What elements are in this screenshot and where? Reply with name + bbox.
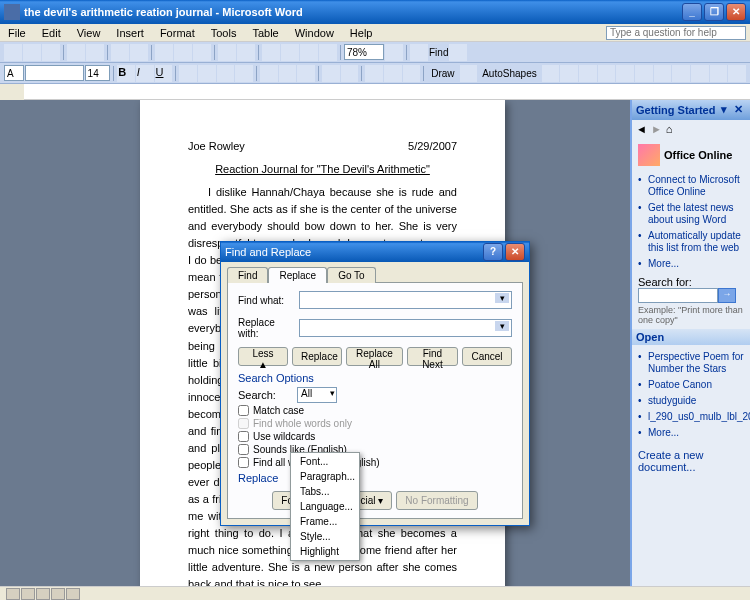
menu-help[interactable]: Help <box>346 27 377 39</box>
help-question-box[interactable] <box>606 26 746 40</box>
popup-paragraph[interactable]: Paragraph... <box>292 469 358 484</box>
menu-window[interactable]: Window <box>291 27 338 39</box>
menu-file[interactable]: File <box>4 27 30 39</box>
print-view-icon[interactable] <box>36 588 50 600</box>
web-view-icon[interactable] <box>21 588 35 600</box>
spell-icon[interactable] <box>111 44 129 61</box>
menu-insert[interactable]: Insert <box>112 27 148 39</box>
align-left-icon[interactable] <box>179 65 197 82</box>
word-forms-checkbox[interactable] <box>238 457 249 468</box>
menu-table[interactable]: Table <box>248 27 282 39</box>
italic-icon[interactable]: I <box>136 65 154 82</box>
align-center-icon[interactable] <box>198 65 216 82</box>
popup-style[interactable]: Style... <box>292 529 358 544</box>
menu-view[interactable]: View <box>73 27 105 39</box>
taskpane-home-icon[interactable]: ⌂ <box>666 123 673 135</box>
tab-find[interactable]: Find <box>227 267 268 283</box>
outline-view-icon[interactable] <box>51 588 65 600</box>
bold-icon[interactable]: B <box>117 65 135 82</box>
picture-icon[interactable] <box>691 65 709 82</box>
autoshapes-label[interactable]: AutoShapes <box>478 68 541 79</box>
recent-file[interactable]: Poatoe Canon <box>638 377 744 393</box>
save-icon[interactable] <box>42 44 60 61</box>
tp-link-connect[interactable]: Connect to Microsoft Office Online <box>638 172 744 200</box>
menu-format[interactable]: Format <box>156 27 199 39</box>
copy-icon[interactable] <box>174 44 192 61</box>
create-doc-link[interactable]: Create a new document... <box>638 445 744 473</box>
ruler[interactable] <box>24 84 750 100</box>
sounds-like-checkbox[interactable] <box>238 444 249 455</box>
rect-icon[interactable] <box>579 65 597 82</box>
tp-link-news[interactable]: Get the latest news about using Word <box>638 200 744 228</box>
popup-font[interactable]: Font... <box>292 454 358 469</box>
line-color-icon[interactable] <box>728 65 746 82</box>
bullets-icon[interactable] <box>297 65 315 82</box>
oval-icon[interactable] <box>598 65 616 82</box>
dialog-close-button[interactable]: ✕ <box>505 243 525 261</box>
match-case-checkbox[interactable] <box>238 405 249 416</box>
tables-icon[interactable] <box>281 44 299 61</box>
reading-view-icon[interactable] <box>66 588 80 600</box>
find-icon[interactable] <box>410 44 428 61</box>
zoom-combo[interactable]: 78% <box>344 44 384 60</box>
taskpane-close-icon[interactable]: ✕ <box>732 103 746 117</box>
popup-frame[interactable]: Frame... <box>292 514 358 529</box>
tab-replace[interactable]: Replace <box>268 267 327 283</box>
find-what-input[interactable] <box>299 291 512 309</box>
popup-tabs[interactable]: Tabs... <box>292 484 358 499</box>
cancel-button[interactable]: Cancel <box>462 347 512 366</box>
find-next-button[interactable]: Find Next <box>407 347 458 366</box>
numbering-icon[interactable] <box>279 65 297 82</box>
restore-button[interactable]: ❐ <box>704 3 724 21</box>
new-doc-icon[interactable] <box>4 44 22 61</box>
drawing-icon[interactable] <box>319 44 337 61</box>
columns-icon[interactable] <box>300 44 318 61</box>
replace-with-input[interactable] <box>299 319 512 337</box>
less-button[interactable]: Less ▲ <box>238 347 288 366</box>
open-icon[interactable] <box>23 44 41 61</box>
borders-icon[interactable] <box>365 65 383 82</box>
cut-icon[interactable] <box>155 44 173 61</box>
menu-edit[interactable]: Edit <box>38 27 65 39</box>
font-combo[interactable] <box>25 65 84 81</box>
taskpane-back-icon[interactable]: ◄ <box>636 123 647 135</box>
recent-file[interactable]: studyguide <box>638 393 744 409</box>
preview-icon[interactable] <box>86 44 104 61</box>
clipart-icon[interactable] <box>672 65 690 82</box>
decrease-indent-icon[interactable] <box>322 65 340 82</box>
line-icon[interactable] <box>542 65 560 82</box>
search-input[interactable] <box>638 288 718 303</box>
taskpane-dropdown-icon[interactable]: ▾ <box>717 103 731 117</box>
tab-goto[interactable]: Go To <box>327 267 376 283</box>
textbox-icon[interactable] <box>616 65 634 82</box>
style-combo[interactable]: A <box>4 65 24 81</box>
wordart-icon[interactable] <box>635 65 653 82</box>
underline-icon[interactable]: U <box>155 65 173 82</box>
popup-language[interactable]: Language... <box>292 499 358 514</box>
hyperlink-icon[interactable] <box>262 44 280 61</box>
minimize-button[interactable]: _ <box>682 3 702 21</box>
undo-icon[interactable] <box>218 44 236 61</box>
replace-all-button[interactable]: Replace All <box>346 347 403 366</box>
search-go-button[interactable]: → <box>718 288 736 303</box>
fill-color-icon[interactable] <box>710 65 728 82</box>
tp-link-update[interactable]: Automatically update this list from the … <box>638 228 744 256</box>
align-justify-icon[interactable] <box>235 65 253 82</box>
recent-more[interactable]: More... <box>638 425 744 441</box>
dialog-help-icon[interactable]: ? <box>483 243 503 261</box>
help-icon[interactable] <box>385 44 403 61</box>
diagram-icon[interactable] <box>654 65 672 82</box>
print-icon[interactable] <box>67 44 85 61</box>
tp-link-more[interactable]: More... <box>638 256 744 272</box>
popup-highlight[interactable]: Highlight <box>292 544 358 559</box>
close-button[interactable]: ✕ <box>726 3 746 21</box>
highlight-icon[interactable] <box>384 65 402 82</box>
replace-button[interactable]: Replace <box>292 347 342 366</box>
menu-tools[interactable]: Tools <box>207 27 241 39</box>
draw-label[interactable]: Draw <box>427 68 458 79</box>
wildcards-checkbox[interactable] <box>238 431 249 442</box>
arrow-icon[interactable] <box>560 65 578 82</box>
recent-file[interactable]: Perspective Poem for Number the Stars <box>638 349 744 377</box>
size-combo[interactable]: 14 <box>85 65 111 81</box>
align-right-icon[interactable] <box>217 65 235 82</box>
